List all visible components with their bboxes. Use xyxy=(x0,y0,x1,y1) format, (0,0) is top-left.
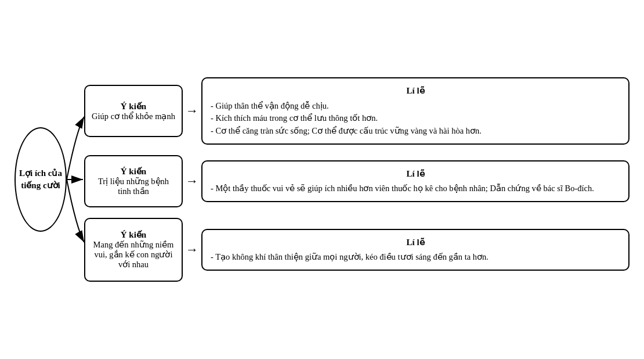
opinion-text-1: Giúp cơ thể khỏe mạnh xyxy=(92,112,175,121)
opinion-label-2: Ý kiến xyxy=(121,166,146,177)
reason-bullet-3-0: - Tạo không khí thân thiện giữa mọi ngườ… xyxy=(211,252,489,261)
reason-label-2: Lí lẽ xyxy=(211,167,620,181)
reason-label-1: Lí lẽ xyxy=(211,84,620,98)
reason-box-2: Lí lẽ - Một thầy thuốc vui vẻ sẽ giúp íc… xyxy=(201,160,629,202)
reason-bullet-2-0: - Một thầy thuốc vui vẻ sẽ giúp ích nhiề… xyxy=(211,184,594,193)
reason-bullet-1-2: - Cơ thể căng tràn sức sống; Cơ thể được… xyxy=(211,126,482,135)
opinion-box-1: Ý kiến Giúp cơ thể khỏe mạnh xyxy=(84,85,183,137)
reason-box-1: Lí lẽ - Giúp thân thể vận động dễ chịu. … xyxy=(201,77,629,145)
reason-label-3: Lí lẽ xyxy=(211,236,620,249)
ellipse-label: Lợi ích của tiếng cười xyxy=(16,167,66,192)
row-2: Ý kiến Trị liệu những bệnh tinh thần → L… xyxy=(84,155,629,207)
arrow-3: → xyxy=(183,242,201,257)
opinion-text-3: Mang đến những niềm vui, gắn kế con ngườ… xyxy=(91,240,176,270)
opinion-box-3: Ý kiến Mang đến những niềm vui, gắn kế c… xyxy=(84,218,183,282)
arrow-1: → xyxy=(183,103,201,119)
reason-bullet-1-1: - Kích thích máu trong cơ thể lưu thông … xyxy=(211,113,378,123)
main-ellipse: Lợi ích của tiếng cười xyxy=(15,127,67,232)
diagram: Lợi ích của tiếng cười Ý kiến Giúp cơ th… xyxy=(15,11,629,348)
reason-box-3: Lí lẽ - Tạo không khí thân thiện giữa mọ… xyxy=(201,229,629,271)
opinion-text-2: Trị liệu những bệnh tinh thần xyxy=(91,177,176,196)
opinion-label-3: Ý kiến xyxy=(121,229,146,240)
arrow-2: → xyxy=(183,174,201,189)
opinion-label-1: Ý kiến xyxy=(121,101,146,112)
opinion-box-2: Ý kiến Trị liệu những bệnh tinh thần xyxy=(84,155,183,207)
row-3: Ý kiến Mang đến những niềm vui, gắn kế c… xyxy=(84,218,629,282)
reason-bullet-1-0: - Giúp thân thể vận động dễ chịu. xyxy=(211,101,329,110)
row-1: Ý kiến Giúp cơ thể khỏe mạnh → Lí lẽ - G… xyxy=(84,77,629,145)
